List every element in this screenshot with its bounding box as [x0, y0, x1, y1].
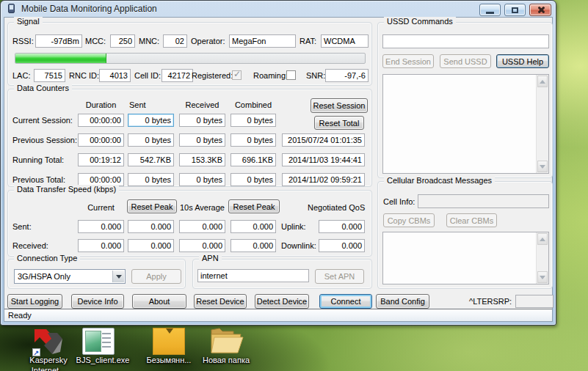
- received-average-peak: 0.000: [231, 239, 276, 252]
- close-button[interactable]: [529, 4, 551, 16]
- cbm-messages[interactable]: [382, 232, 549, 284]
- mnc-value: 02: [163, 34, 187, 48]
- counter-received: 153.3KB: [179, 153, 225, 166]
- counter-combined: 0 bytes: [231, 173, 276, 186]
- window-title: Mobile Data Monitoring Application: [21, 4, 157, 14]
- registered-checkbox[interactable]: [232, 70, 242, 80]
- titlebar[interactable]: Mobile Data Monitoring Application: [1, 1, 556, 17]
- ussd-input[interactable]: [382, 34, 549, 48]
- connection-type-value: 3G/HSPA Only: [18, 271, 70, 283]
- reset-peak-average-button[interactable]: Reset Peak: [228, 199, 280, 213]
- ussd-help-button[interactable]: USSD Help: [496, 54, 549, 68]
- desktop-icon-label[interactable]: Kaspersky: [19, 356, 78, 364]
- roaming-checkbox[interactable]: [286, 70, 296, 80]
- scroll-down-icon[interactable]: [537, 271, 548, 283]
- reset-session-button[interactable]: Reset Session: [311, 98, 368, 113]
- desktop: { "window": { "title": "Mobile Data Moni…: [0, 0, 588, 371]
- detect-device-button[interactable]: Detect Device: [255, 294, 309, 309]
- cbm-group: Cellular Broadcast Messages Cell Info: C…: [377, 181, 553, 289]
- apply-button[interactable]: Apply: [131, 269, 181, 284]
- desktop-icon-new-folder[interactable]: [208, 326, 244, 355]
- chevron-down-icon: [116, 275, 122, 279]
- counter-received: 0 bytes: [179, 114, 225, 127]
- counter-sent: 542.7KB: [128, 153, 174, 166]
- maximize-icon: [512, 7, 518, 13]
- device-info-button[interactable]: Device Info: [71, 294, 124, 309]
- counter-timestamp: 2015/07/24 01:01:35: [282, 133, 365, 147]
- transfer-speed-group: Data Transfer Speed (kbps) Current Reset…: [7, 190, 372, 257]
- ussd-log[interactable]: [382, 74, 549, 174]
- downlink-qos: 0.000: [319, 239, 365, 252]
- signal-strength-fill: [15, 54, 106, 63]
- about-button[interactable]: About: [132, 294, 186, 309]
- counter-duration: 00:19:12: [78, 153, 124, 166]
- desktop-icon-bjs-client[interactable]: [82, 328, 115, 355]
- connection-type-group-label: Connection Type: [14, 254, 80, 262]
- minimize-button[interactable]: [479, 4, 501, 16]
- connection-type-group: Connection Type 3G/HSPA Only Apply: [7, 259, 186, 289]
- signal-group-label: Signal: [14, 17, 43, 26]
- sent-average-peak: 0.000: [231, 220, 276, 233]
- cell-id-value: 42172: [161, 69, 193, 82]
- connect-button[interactable]: Connect: [319, 294, 372, 309]
- ltersrp-label: ^LTERSRP:: [469, 295, 512, 308]
- start-logging-button[interactable]: Start Logging: [7, 294, 62, 309]
- set-apn-button[interactable]: Set APN: [315, 269, 364, 284]
- downlink-label: Downlink:: [281, 239, 316, 252]
- reset-peak-current-button[interactable]: Reset Peak: [127, 199, 177, 213]
- duration-header: Duration: [78, 98, 124, 111]
- desktop-icon-label[interactable]: Новая папка: [195, 356, 257, 364]
- rat-value: WCDMA: [321, 34, 369, 48]
- reset-device-button[interactable]: Reset Device: [194, 294, 247, 309]
- counter-sent: 0 bytes: [128, 133, 174, 147]
- combo-dropdown-button[interactable]: [112, 271, 124, 282]
- status-text: Ready: [8, 311, 32, 320]
- received-speed-label: Received:: [12, 239, 48, 252]
- received-average: 0.000: [179, 239, 225, 252]
- ussd-group-label: USSD Commands: [384, 17, 456, 26]
- uplink-label: Uplink:: [281, 220, 306, 233]
- avg-header: 10s Average: [180, 201, 225, 214]
- desktop-icon-label[interactable]: Безымянн...: [139, 356, 198, 364]
- received-current: 0.000: [78, 239, 124, 252]
- desktop-icon-untitled-image[interactable]: [153, 328, 185, 355]
- ussd-log-scrollbar[interactable]: [536, 75, 548, 173]
- desktop-icon-kaspersky[interactable]: ↗: [32, 327, 65, 356]
- app-icon: [7, 4, 17, 14]
- counter-row-label: Previous Session:: [12, 133, 77, 147]
- cell-info-input[interactable]: [418, 194, 549, 208]
- counter-timestamp: 2014/11/03 19:44:41: [282, 153, 365, 166]
- end-session-button[interactable]: End Session: [382, 54, 434, 68]
- desktop-icon-label2[interactable]: Internet...: [19, 366, 78, 371]
- cell-info-label: Cell Info:: [383, 195, 415, 208]
- cbm-scrollbar[interactable]: [536, 232, 548, 284]
- snr-label: SNR:: [306, 69, 325, 82]
- operator-value: MegaFon: [229, 34, 296, 48]
- reset-total-button[interactable]: Reset Total: [314, 116, 364, 130]
- connection-type-select[interactable]: 3G/HSPA Only: [14, 269, 126, 284]
- lac-value: 7515: [34, 69, 65, 82]
- counter-combined: 0 bytes: [231, 133, 276, 147]
- counter-row-label: Current Session:: [12, 114, 73, 127]
- counter-sent: 0 bytes: [128, 114, 174, 127]
- minimize-icon: [486, 12, 494, 14]
- bjs-client-icon: [82, 328, 115, 355]
- ltersrp-input[interactable]: [515, 295, 553, 308]
- status-bar: Ready: [4, 309, 552, 321]
- desktop-icon-label[interactable]: BJS_client.exe: [70, 356, 136, 364]
- send-ussd-button[interactable]: Send USSD: [440, 54, 491, 68]
- copy-cbms-button[interactable]: Copy CBMs: [383, 213, 435, 227]
- snr-value: -97,-6: [325, 69, 369, 82]
- maximize-button[interactable]: [504, 4, 526, 16]
- scroll-up-icon[interactable]: [537, 76, 548, 87]
- scroll-down-icon[interactable]: [537, 161, 548, 172]
- roaming-label: Roaming:: [253, 69, 288, 82]
- apn-input[interactable]: [197, 269, 309, 282]
- clear-cbms-button[interactable]: Clear CBMs: [446, 213, 497, 227]
- app-window: Mobile Data Monitoring Application Signa…: [0, 0, 556, 326]
- uplink-qos: 0.000: [319, 220, 365, 233]
- band-config-button[interactable]: Band Config: [376, 294, 429, 309]
- scroll-up-icon[interactable]: [537, 233, 548, 245]
- sent-speed-label: Sent:: [12, 220, 32, 233]
- transfer-speed-group-label: Data Transfer Speed (kbps): [14, 185, 119, 194]
